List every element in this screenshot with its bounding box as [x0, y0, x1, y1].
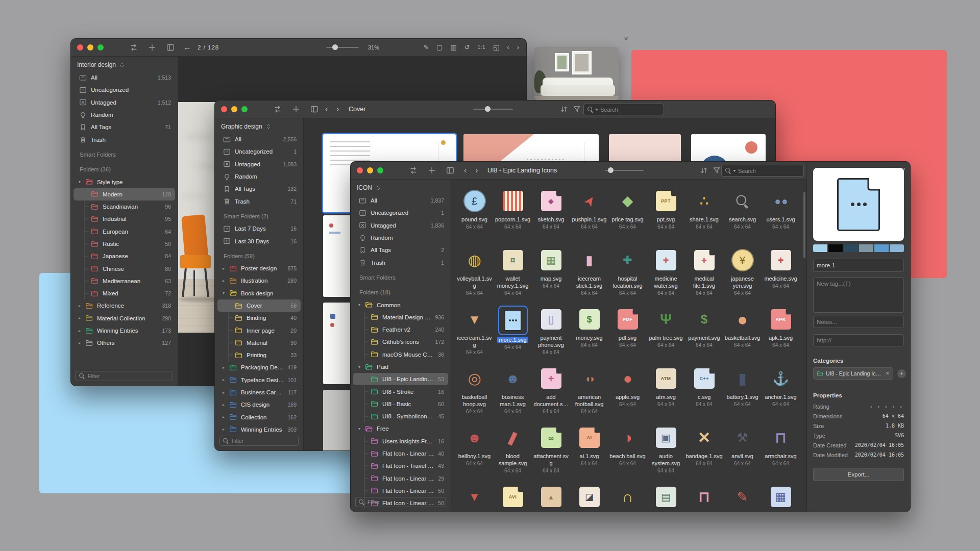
sidebar-item-ui8-epic-landing-ic[interactable]: UI8 - Epic Landing Ic…53 [353, 373, 448, 385]
grid-item-apple-svg[interactable]: ●apple.svg64 x 64 [608, 365, 647, 424]
grid-item-share-1-svg[interactable]: ∴share.1.svg64 x 64 [685, 187, 723, 246]
grid-item-popcorn-1-svg[interactable]: popcorn.1.svg64 x 64 [494, 187, 532, 246]
sidebar-item-all-tags[interactable]: All Tags2 [353, 244, 448, 256]
sidebar-item-flat-icon-linear-sm[interactable]: Flat Icon - Linear Sm…40 [353, 447, 448, 460]
sidebar-item-all-tags[interactable]: All Tags132 [217, 183, 301, 195]
sidebar-item-binding[interactable]: Binding40 [217, 312, 301, 324]
grid-item-anchor-1-svg[interactable]: ⚓anchor.1.svg64 x 64 [762, 365, 800, 424]
edit-icon[interactable]: ✎ [423, 43, 429, 52]
traffic-lights[interactable] [77, 44, 104, 51]
sidebar-toggle-icon[interactable] [446, 166, 454, 177]
add-icon[interactable] [428, 166, 436, 177]
color-swatch[interactable] [828, 244, 843, 252]
grid-item-building[interactable]: ▦ [762, 483, 800, 512]
sidebar-item-mixed[interactable]: Mixed72 [74, 287, 175, 299]
sidebar-item-uncategorized[interactable]: ?Uncategorized1 [217, 145, 301, 158]
grid-item-volleyball-1-svg[interactable]: ◍volleyball.1.svg64 x 64 [455, 246, 494, 306]
forward-button[interactable]: › [336, 104, 339, 114]
back-button[interactable]: ‹ [325, 104, 328, 114]
library-switcher[interactable]: ICON [351, 180, 451, 194]
grid-item-avi[interactable]: AVI [494, 483, 532, 512]
titlebar[interactable]: ‹ › Cover Search [215, 101, 775, 118]
filter-input[interactable]: Filter [355, 497, 446, 507]
sidebar-item-all[interactable]: All2,556 [217, 133, 301, 145]
sidebar-item-winning-entries[interactable]: ▸Winning Entries303 [217, 423, 301, 436]
chevron-right-icon[interactable]: ▸ [79, 304, 85, 308]
sidebar-item-inner-page[interactable]: Inner page20 [217, 324, 301, 336]
grid-item-business-man-1-svg[interactable]: ☻business man.1.svg64 x 64 [494, 365, 532, 424]
grid-item-anvil-svg[interactable]: ⚒anvil.svg64 x 64 [723, 424, 762, 483]
grid-item-more-1-svg[interactable]: more.1.svg64 x 64 [494, 306, 532, 365]
chevron-right-icon[interactable]: ▸ [223, 365, 229, 370]
color-swatch[interactable] [890, 244, 904, 252]
chevron-right-icon[interactable]: ▸ [79, 316, 85, 320]
remove-category-icon[interactable]: ✕ [886, 371, 890, 376]
sort-icon[interactable] [700, 166, 708, 177]
grid-item-sofa[interactable]: ⊓ [685, 483, 723, 512]
tag-input[interactable]: New tag...(T) [813, 277, 904, 313]
sidebar-item-typeface-design[interactable]: ▸Typeface Design101 [217, 374, 301, 386]
sidebar-item-untagged[interactable]: Untagged1,836 [353, 219, 448, 232]
titlebar[interactable]: ← 2 / 128 31% ✎▢▥↺1:1◱‹› [71, 39, 526, 57]
chevron-right-icon[interactable]: ▸ [223, 279, 229, 283]
sidebar-item-uncategorized[interactable]: ?Uncategorized1 [353, 207, 448, 219]
sidebar-item-packaging-design[interactable]: ▸Packaging Design419 [217, 361, 301, 373]
sidebar-item-japanese[interactable]: Japanese84 [74, 250, 175, 262]
grid-item-beach-ball-svg[interactable]: ◑beach ball.svg64 x 64 [608, 424, 647, 483]
minimize-window-button[interactable] [87, 44, 93, 51]
grid-item-audio-system-svg[interactable]: ▣audio system.svg64 x 64 [647, 424, 685, 483]
grid-item-american-football-svg[interactable]: ◖◗american football.svg64 x 64 [570, 365, 608, 424]
sidebar-item-poster-design[interactable]: ▸Poster design875 [217, 262, 301, 274]
grid-item-money-svg[interactable]: $money.svg64 x 64 [570, 306, 608, 365]
sidebar-item-random[interactable]: Random [74, 109, 175, 121]
titlebar[interactable]: ‹ › UI8 - Epic Landing Icons Search [351, 162, 806, 180]
chevron-right-icon[interactable]: ▸ [223, 403, 229, 407]
sidebar-item-winning-entries[interactable]: ▸Winning Entries173 [74, 324, 175, 337]
sidebar-item-material-design-icons[interactable]: Material Design Icons936 [353, 311, 448, 323]
back-button[interactable]: ← [183, 42, 191, 53]
search-input[interactable]: Search [721, 165, 804, 177]
color-palette[interactable] [813, 244, 904, 252]
sidebar-item-all[interactable]: All1,513 [74, 71, 175, 84]
export-button[interactable]: Export... [813, 468, 904, 481]
grid-item-price-tag-svg[interactable]: ◆price tag.svg64 x 64 [608, 187, 647, 246]
color-swatch[interactable] [813, 244, 827, 252]
sidebar-item-untagged[interactable]: Untagged1,512 [74, 96, 175, 109]
grid-item-sketch-svg[interactable]: ◆sketch.svg64 x 64 [532, 187, 570, 246]
sync-icon[interactable] [274, 105, 282, 115]
grid-item-pound-svg[interactable]: £pound.svg64 x 64 [455, 187, 494, 246]
color-swatch[interactable] [859, 244, 873, 252]
chevron-down-icon[interactable]: ▾ [358, 427, 364, 431]
thumbnail-size-slider[interactable] [473, 106, 513, 112]
chevron-right-icon[interactable]: ▸ [223, 266, 229, 271]
sidebar-item-style-type[interactable]: ▾Style type [74, 176, 175, 188]
chevron-right-icon[interactable]: ▸ [223, 390, 229, 395]
chevron-down-icon[interactable]: ▾ [223, 291, 229, 295]
color-swatch[interactable] [844, 244, 858, 252]
chevron-right-icon[interactable]: ▸ [79, 329, 85, 333]
sidebar-item-flat-icon-linear-col[interactable]: Flat Icon - Linear Col…50 [353, 485, 448, 497]
sidebar-item-free[interactable]: ▾Free [353, 422, 448, 435]
grid-item-basketball-svg[interactable]: ●basketball.svg64 x 64 [723, 306, 762, 365]
sync-icon[interactable] [130, 43, 138, 54]
grid-item-box[interactable]: ▲ [532, 483, 570, 512]
grid-item-battery-1-svg[interactable]: ▮battery.1.svg64 x 64 [723, 365, 762, 424]
sidebar-item-chinese[interactable]: Chinese80 [74, 262, 175, 274]
grid-item-icecream-stick-1-svg[interactable]: ▮icecream stick.1.svg64 x 64 [570, 246, 608, 306]
sidebar-item-ui8-basic[interactable]: UI8 - Basic60 [353, 398, 448, 410]
chevron-down-icon[interactable]: ▾ [358, 365, 364, 369]
zoom-slider[interactable] [326, 44, 359, 51]
grid-item-clapperboard[interactable]: ◪ [570, 483, 608, 512]
sidebar-toggle-icon[interactable] [166, 43, 175, 54]
property-value[interactable]: • • • • • [870, 404, 904, 410]
sidebar-item-last-30-days[interactable]: 31Last 30 Days16 [217, 235, 301, 247]
sidebar-item-trash[interactable]: Trash1 [353, 256, 448, 268]
add-icon[interactable] [292, 105, 300, 115]
minimize-window-button[interactable] [231, 106, 237, 112]
grid-item-search-svg[interactable]: search.svg64 x 64 [723, 187, 762, 246]
close-window-button[interactable] [357, 167, 363, 173]
traffic-lights[interactable] [357, 167, 383, 173]
sidebar-toggle-icon[interactable] [310, 105, 318, 115]
grid-item-ppt-svg[interactable]: PPTppt.svg64 x 64 [647, 187, 685, 246]
grid-item-cassette[interactable]: ▤ [647, 483, 685, 512]
